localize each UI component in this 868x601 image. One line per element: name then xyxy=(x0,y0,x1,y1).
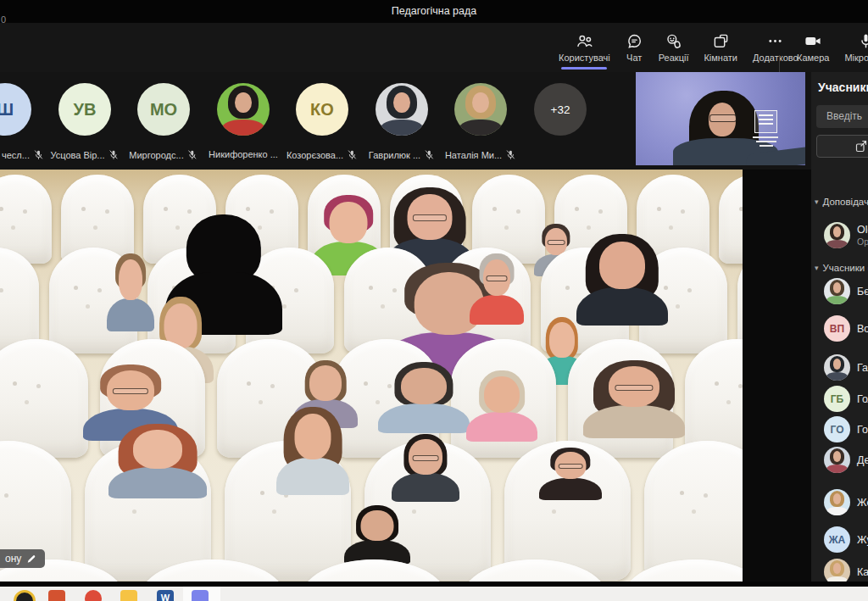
invite-search-input[interactable]: Введіть xyxy=(816,105,868,128)
strip-participant-name: Наталія Ми... xyxy=(445,150,502,160)
participant-name: Вол xyxy=(857,323,868,335)
participant-photo-avatar xyxy=(824,222,850,248)
clock-app-icon[interactable] xyxy=(14,590,36,601)
participant-name: Гол xyxy=(857,393,868,405)
rooms-icon xyxy=(712,32,730,50)
participant-photo-avatar xyxy=(824,447,850,473)
toolbar-button-mic[interactable]: Мікрофон xyxy=(837,23,868,72)
toolbar-label-mic: Мікрофон xyxy=(844,53,868,63)
participant-row[interactable]: OlgОрг xyxy=(824,222,868,248)
toolbar-label-chat: Чат xyxy=(626,53,642,63)
participant-name: Кат xyxy=(857,566,868,578)
toolbar-button-users[interactable]: Користувачі xyxy=(551,23,618,72)
participant-photo-avatar xyxy=(824,489,850,515)
share-invite-button[interactable] xyxy=(816,135,868,158)
meeting-titlebar: Педагогічна рада xyxy=(0,0,868,23)
participant-initials-avatar: ГБ xyxy=(824,386,850,412)
participant-row[interactable]: ГОГон xyxy=(824,416,868,442)
participant-name: Olg xyxy=(857,224,868,236)
meeting-toolbar: Користувачі Чат Реакції xyxy=(0,23,868,72)
invite-search-placeholder: Введіть xyxy=(826,110,862,122)
chat-icon xyxy=(626,32,643,50)
chevron-down-icon: ▾ xyxy=(815,264,819,272)
participant-photo-avatar xyxy=(824,278,850,304)
teams-meeting-window: Педагогічна рада 0 Користувачі Чат xyxy=(0,0,868,601)
toolbar-button-reactions[interactable]: Реакції xyxy=(651,23,697,72)
participant-figure xyxy=(576,234,668,326)
participants-section-header[interactable]: ▾ Учасники ( xyxy=(815,263,868,273)
participant-row[interactable]: Гав xyxy=(824,354,868,381)
participant-figure xyxy=(276,407,349,495)
strip-initials-avatar: УВ xyxy=(58,83,111,136)
strip-initials-avatar: МО xyxy=(137,83,190,136)
participant-name: Дер xyxy=(857,454,868,466)
mic-icon xyxy=(857,32,868,50)
strip-initials-avatar: Ш xyxy=(0,83,31,136)
toolbar-label-camera: Камера xyxy=(797,53,829,63)
toolbar-label-rooms: Кімнати xyxy=(704,53,737,63)
participant-row[interactable]: Же xyxy=(824,489,868,515)
strip-participant-label: Усцова Вір... xyxy=(50,149,119,160)
participant-figure xyxy=(108,424,207,498)
participant-row[interactable]: Дер xyxy=(824,447,868,473)
users-icon xyxy=(576,32,593,50)
participant-figure xyxy=(378,362,470,433)
participant-figure xyxy=(344,505,410,565)
auditorium-chair xyxy=(623,559,743,582)
toolbar-button-rooms[interactable]: Кімнати xyxy=(696,23,745,72)
powerpoint-icon[interactable] xyxy=(48,590,65,601)
participant-name: Же xyxy=(857,497,868,509)
auditorium-chair xyxy=(0,339,88,458)
participant-row[interactable]: ВПВол xyxy=(824,315,868,342)
meeting-title: Педагогічна рада xyxy=(0,0,868,23)
participant-figure xyxy=(583,360,685,438)
toolbar-left-group: Користувачі Чат Реакції xyxy=(551,23,806,72)
word-icon[interactable]: W xyxy=(157,590,174,601)
overflow-count-badge[interactable]: +32 xyxy=(534,83,587,136)
change-scene-button[interactable]: ону xyxy=(0,549,45,568)
presenters-section-header[interactable]: ▾ Доповідачі xyxy=(815,197,868,207)
toolbar-label-reactions: Реакції xyxy=(659,53,689,63)
strip-participant-name: Усцова Вір... xyxy=(50,150,104,160)
strip-video-thumbnail xyxy=(217,83,270,136)
camera-icon xyxy=(804,32,822,50)
change-scene-label: ону xyxy=(5,553,21,565)
participant-row[interactable]: ГБГол xyxy=(824,386,868,412)
participant-name: Гав xyxy=(857,362,868,374)
strip-participant-label: Наталія Ми... xyxy=(445,149,516,160)
windows-taskbar: W xyxy=(0,587,868,601)
participant-row[interactable]: Бєл xyxy=(824,278,868,304)
share-invite-icon xyxy=(854,139,868,153)
strip-video-thumbnail xyxy=(454,83,507,136)
participants-section-label: Учасники ( xyxy=(823,263,868,273)
toolbar-button-chat[interactable]: Чат xyxy=(618,23,651,72)
strip-participant-label: Гаврилюк ... xyxy=(369,149,435,160)
participant-name: Бєл xyxy=(857,286,868,298)
participant-row[interactable]: ЖАЖу xyxy=(824,526,868,553)
participant-figure xyxy=(466,370,537,442)
strip-participant-name: Миргородс... xyxy=(129,150,183,160)
self-view-video[interactable] xyxy=(636,72,805,165)
toolbar-label-users: Користувачі xyxy=(559,53,610,63)
participant-initials-avatar: ВП xyxy=(824,315,850,342)
panel-title: Учасники xyxy=(818,81,868,94)
muted-mic-icon xyxy=(505,149,516,160)
strip-participant-name: Козорєзова... xyxy=(287,150,343,160)
muted-mic-icon xyxy=(424,149,435,160)
more-icon xyxy=(766,32,784,50)
browser-icon[interactable] xyxy=(85,590,102,601)
participant-photo-avatar xyxy=(824,354,850,381)
teams-icon[interactable] xyxy=(192,590,209,601)
toolbar-button-camera[interactable]: Камера xyxy=(789,23,837,72)
strip-participant-name: Гаврилюк ... xyxy=(369,150,420,160)
reactions-icon xyxy=(665,32,682,50)
participant-figure xyxy=(392,434,459,502)
strip-participant-name: Никифоренко ... xyxy=(209,149,278,159)
participant-figure xyxy=(470,253,524,325)
strip-initials-avatar: КО xyxy=(296,83,348,136)
strip-video-thumbnail xyxy=(376,83,428,136)
auditorium-chair xyxy=(719,175,743,264)
muted-mic-icon xyxy=(187,149,198,160)
muted-mic-icon xyxy=(108,149,120,160)
folder-icon[interactable] xyxy=(120,590,137,601)
